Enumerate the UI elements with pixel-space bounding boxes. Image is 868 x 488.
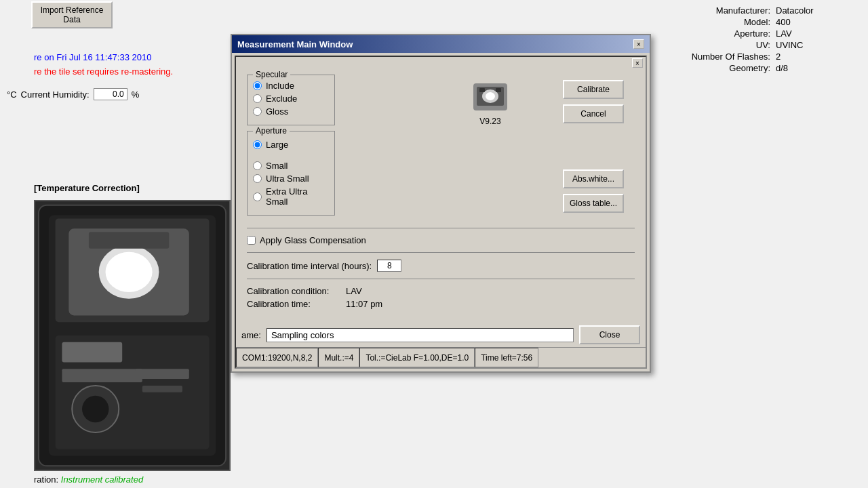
specular-exclude-label: Exclude: [266, 94, 297, 104]
geometry-row: Geometry: d/8: [689, 63, 857, 73]
close-button[interactable]: Close: [579, 325, 640, 344]
aperture-value: LAV: [776, 28, 792, 39]
svg-rect-14: [142, 386, 182, 392]
specular-include-label: Include: [266, 81, 294, 91]
calibration-interval-row: Calibration time interval (hours):: [247, 260, 635, 272]
aperture-large-label: Large: [266, 140, 288, 150]
name-input[interactable]: [267, 328, 574, 342]
model-label: Model:: [689, 17, 770, 27]
name-row: ame: Close: [236, 323, 646, 347]
glass-compensation-row: Apply Glass Compensation: [247, 235, 635, 245]
dialog-titlebar: Measurement Main Window ×: [232, 35, 650, 53]
alert-line2: re the tile set requires re-mastering.: [34, 65, 197, 79]
current-humidity-label: Current Humidity:: [21, 89, 90, 100]
aperture-small-label: Small: [266, 161, 288, 171]
uv-label: UV:: [689, 40, 770, 50]
status-time: Time left=7:56: [475, 348, 538, 367]
divider-3: [247, 279, 635, 279]
specular-group-label: Specular: [253, 70, 290, 79]
model-value: 400: [776, 17, 791, 27]
calibration-time-value: 11:07 pm: [346, 299, 382, 309]
right-buttons-panel: Calibrate Cancel Abs.white... Gloss tabl…: [563, 80, 624, 213]
manufacturer-label: Manufacturer:: [689, 5, 770, 16]
specular-exclude-radio[interactable]: [253, 94, 262, 103]
instrument-version: V9.23: [479, 117, 500, 126]
inner-close-button[interactable]: ×: [632, 58, 643, 68]
calibration-interval-label: Calibration time interval (hours):: [247, 261, 372, 271]
alert-line1: re on Fri Jul 16 11:47:33 2010: [34, 51, 197, 65]
device-image-panel: [34, 200, 231, 471]
percent-label: %: [132, 89, 140, 100]
svg-rect-6: [89, 232, 169, 249]
import-reference-data-button[interactable]: Import Reference Data: [31, 1, 113, 28]
manufacturer-value: Datacolor: [776, 5, 814, 16]
specular-exclude-row: Exclude: [253, 94, 329, 104]
specular-gloss-radio[interactable]: [253, 107, 262, 116]
model-row: Model: 400: [689, 17, 857, 27]
aperture-ultra-small-label: Ultra Small: [266, 174, 309, 184]
aperture-small-radio[interactable]: [253, 161, 262, 170]
dialog-inner-frame: × Specular Include Exclude: [235, 56, 647, 369]
calibration-time-label: Calibration time:: [247, 299, 335, 309]
secondary-buttons: Abs.white... Gloss table...: [563, 169, 624, 213]
aperture-large-row: Large: [253, 140, 329, 150]
name-label: ame:: [241, 330, 261, 340]
geometry-value: d/8: [776, 63, 788, 73]
dialog-content: Specular Include Exclude Gloss: [236, 69, 646, 323]
calibration-condition-value: LAV: [346, 286, 362, 296]
dialog-close-button[interactable]: ×: [633, 39, 644, 49]
aperture-extra-ultra-small-label: Extra Ultra Small: [266, 186, 329, 207]
calibration-time-row: Calibration time: 11:07 pm: [247, 299, 635, 309]
status-mult: Mult.:=4: [318, 348, 359, 367]
dialog-title: Measurement Main Window: [237, 39, 353, 49]
temp-unit-label: °C: [7, 89, 17, 100]
status-bar: COM1:19200,N,8,2 Mult.:=4 Tol.:=CieLab F…: [236, 347, 646, 367]
glass-compensation-label: Apply Glass Compensation: [260, 235, 366, 245]
svg-rect-9: [62, 342, 122, 363]
import-reference-data-label: Import Reference Data: [33, 5, 111, 25]
calibration-bottom-value: Instrument calibrated: [61, 474, 143, 485]
humidity-input[interactable]: [94, 88, 127, 100]
calibration-bottom-row: ration: Instrument calibrated: [34, 474, 143, 485]
svg-rect-19: [479, 88, 485, 92]
specular-group: Specular Include Exclude Gloss: [247, 75, 335, 125]
left-panel: Specular Include Exclude Gloss: [247, 75, 335, 221]
glass-compensation-checkbox[interactable]: [247, 236, 256, 245]
dialog-layout: Specular Include Exclude Gloss: [247, 75, 635, 221]
cancel-button[interactable]: Cancel: [563, 104, 624, 123]
svg-point-5: [106, 252, 153, 292]
calibrate-button[interactable]: Calibrate: [563, 80, 624, 99]
aperture-large-radio[interactable]: [253, 140, 262, 149]
humidity-row: °C Current Humidity: %: [7, 88, 139, 100]
aperture-row: Aperture: LAV: [689, 28, 857, 39]
aperture-group-label: Aperture: [253, 126, 290, 136]
flashes-row: Number Of Flashes: 2: [689, 52, 857, 62]
alert-panel: re on Fri Jul 16 11:47:33 2010 re the ti…: [0, 44, 231, 86]
abs-white-button[interactable]: Abs.white...: [563, 169, 624, 188]
uv-value: UVINC: [776, 40, 803, 50]
svg-rect-10: [62, 369, 142, 382]
aperture-ultra-small-row: Ultra Small: [253, 174, 329, 184]
aperture-group: Aperture Large Small U: [247, 131, 335, 216]
specular-include-radio[interactable]: [253, 81, 262, 90]
gloss-table-button[interactable]: Gloss table...: [563, 194, 624, 213]
aperture-extra-ultra-small-radio[interactable]: [253, 192, 262, 201]
measurement-main-window: Measurement Main Window × × Specular Inc…: [231, 34, 651, 373]
specular-gloss-row: Gloss: [253, 106, 329, 117]
specular-gloss-label: Gloss: [266, 106, 288, 117]
aperture-ultra-small-radio[interactable]: [253, 174, 262, 183]
calibration-interval-input[interactable]: [377, 260, 401, 272]
aperture-extra-ultra-small-row: Extra Ultra Small: [253, 186, 329, 207]
divider-1: [247, 228, 635, 228]
calibration-condition-row: Calibration condition: LAV: [247, 286, 635, 296]
aperture-small-row: Small: [253, 161, 329, 171]
geometry-label: Geometry:: [689, 63, 770, 73]
svg-point-18: [486, 92, 495, 100]
calibration-bottom-label: ration:: [34, 474, 58, 485]
svg-rect-13: [136, 369, 189, 379]
uv-row: UV: UVINC: [689, 40, 857, 50]
aperture-label: Aperture:: [689, 28, 770, 39]
calibration-condition-label: Calibration condition:: [247, 286, 335, 296]
specular-include-row: Include: [253, 81, 329, 91]
svg-point-12: [82, 396, 108, 422]
